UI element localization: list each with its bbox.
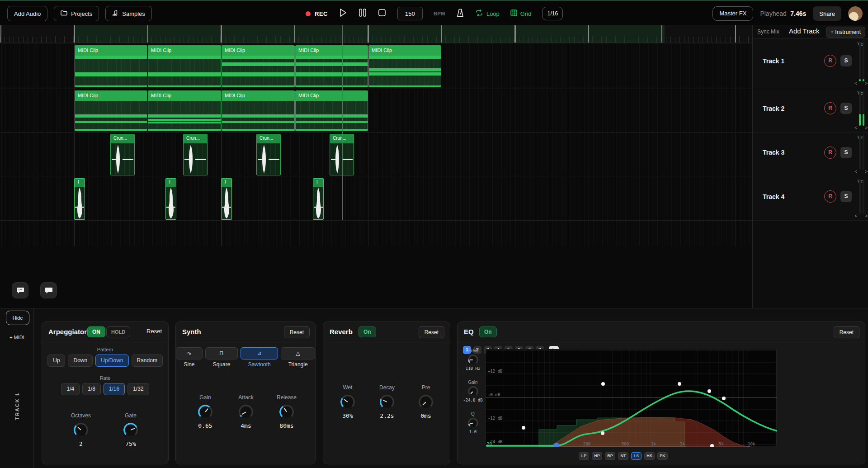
reverb-reset-button[interactable]: Reset xyxy=(419,326,444,338)
hide-panel-button[interactable]: Hide xyxy=(6,311,29,325)
midi-clip[interactable]: MIDI Clip xyxy=(75,45,147,87)
midi-clip[interactable]: MIDI Clip xyxy=(222,45,295,87)
eq-band-handle[interactable] xyxy=(678,382,681,386)
grid-division-button[interactable]: 1/16 xyxy=(542,7,563,20)
midi-clip[interactable]: MIDI Clip xyxy=(295,90,368,131)
eq-filter-nt[interactable]: NT xyxy=(618,452,628,460)
arpeggiator-on-toggle[interactable]: ON xyxy=(87,326,105,337)
pattern-random[interactable]: Random xyxy=(132,355,163,367)
eq-band-handle[interactable] xyxy=(522,426,525,430)
record-arm-button[interactable]: R xyxy=(824,190,836,203)
solo-button[interactable]: S xyxy=(840,55,852,66)
timeline[interactable]: MIDI ClipMIDI ClipMIDI ClipMIDI ClipMIDI… xyxy=(0,25,752,308)
knob-dial[interactable] xyxy=(240,406,252,418)
knob-dial[interactable] xyxy=(281,406,292,418)
pattern-up[interactable]: Up xyxy=(47,355,65,367)
eq-band-handle[interactable] xyxy=(601,382,605,386)
eq-param-dial[interactable] xyxy=(469,388,477,395)
wave-sine[interactable]: ∿ Sine xyxy=(176,347,203,359)
eq-filter-lp[interactable]: LP xyxy=(579,452,589,460)
pattern-down[interactable]: Down xyxy=(68,355,93,367)
eq-param-q[interactable]: Q1.0 xyxy=(462,411,484,434)
audio-clip[interactable]: Crun... xyxy=(110,134,135,175)
pan-right-arrow[interactable]: > xyxy=(865,213,868,218)
eq-param-gain[interactable]: Gain-24.0 dB xyxy=(462,380,484,402)
track-row[interactable]: VolTrack 4RS<> xyxy=(753,176,868,221)
solo-button[interactable]: S xyxy=(840,103,852,114)
eq-band-handle[interactable] xyxy=(601,431,604,435)
eq-graph[interactable]: +24 dB+12 dB+0 dB-12 dB-24 dB202005001k2… xyxy=(486,349,777,446)
arpeggiator-hold-toggle[interactable]: HOLD xyxy=(106,326,130,337)
reverb-on-toggle[interactable]: On xyxy=(359,326,376,337)
add-midi-button[interactable]: + MIDI xyxy=(0,335,34,340)
solo-button[interactable]: S xyxy=(840,191,852,202)
audio-clip[interactable]: I xyxy=(313,178,324,220)
knob-octaves[interactable]: Octaves2 xyxy=(61,412,101,447)
audio-clip[interactable]: Crun... xyxy=(256,134,281,175)
track-row[interactable]: VolTrack 1RS<> xyxy=(753,39,868,88)
eq-reset-button[interactable]: Reset xyxy=(834,326,859,338)
knob-release[interactable]: Release80ms xyxy=(266,394,307,429)
eq-on-toggle[interactable]: On xyxy=(479,326,497,337)
chat-bubble-button[interactable] xyxy=(40,282,57,298)
eq-filter-pk[interactable]: PK xyxy=(657,452,668,460)
timeline-ruler[interactable] xyxy=(0,25,752,43)
eq-filter-hp[interactable]: HP xyxy=(592,452,602,460)
eq-filter-hs[interactable]: HS xyxy=(644,452,655,460)
add-audio-button[interactable]: Add Audio xyxy=(7,6,47,21)
midi-clip[interactable]: MIDI Clip xyxy=(295,45,368,87)
eq-param-freq[interactable]: Freq110 Hz xyxy=(462,348,484,371)
knob-gate[interactable]: Gate75% xyxy=(110,412,151,447)
knob-attack[interactable]: Attack4ms xyxy=(226,394,266,429)
knob-gain[interactable]: Gain0.65 xyxy=(185,394,226,429)
playhead-line[interactable] xyxy=(342,25,343,220)
knob-wet[interactable]: Wet30% xyxy=(327,384,368,419)
eq-band-handle[interactable] xyxy=(708,389,711,393)
rate-1-4[interactable]: 1/4 xyxy=(61,383,80,395)
knob-dial[interactable] xyxy=(199,406,211,418)
audio-clip[interactable]: Crun... xyxy=(330,134,354,175)
rate-1-32[interactable]: 1/32 xyxy=(127,383,149,395)
midi-clip[interactable]: MIDI Clip xyxy=(368,45,441,87)
metronome-button[interactable] xyxy=(456,8,464,19)
wave-square[interactable]: ⊓ Square xyxy=(205,347,238,359)
add-track-button[interactable]: Add Track xyxy=(789,27,820,35)
knob-dial[interactable] xyxy=(125,424,137,436)
knob-dial[interactable] xyxy=(342,396,354,408)
wave-triangle[interactable]: △ Triangle xyxy=(281,347,315,359)
eq-band-handle[interactable] xyxy=(722,397,726,400)
pattern-up-down[interactable]: Up/Down xyxy=(95,355,128,367)
eq-filter-ls[interactable]: LS xyxy=(631,452,642,460)
arpeggiator-reset-button[interactable]: Reset xyxy=(146,328,162,335)
play-button[interactable] xyxy=(339,8,348,19)
pan-left-arrow[interactable]: < xyxy=(854,81,857,86)
track-row[interactable]: VolTrack 3RS<> xyxy=(753,132,868,176)
record-arm-button[interactable]: R xyxy=(824,55,836,67)
user-avatar[interactable] xyxy=(848,6,863,21)
rate-1-16[interactable]: 1/16 xyxy=(104,383,125,395)
knob-dial[interactable] xyxy=(75,424,87,436)
pan-right-arrow[interactable]: > xyxy=(865,169,868,174)
master-fx-button[interactable]: Master FX xyxy=(712,6,753,21)
audio-clip[interactable]: I xyxy=(74,178,85,220)
knob-dial[interactable] xyxy=(420,396,432,408)
record-arm-button[interactable]: R xyxy=(824,147,836,159)
audio-clip[interactable]: I xyxy=(165,178,176,220)
record-arm-button[interactable]: R xyxy=(824,102,836,114)
add-instrument-button[interactable]: + Instrument xyxy=(826,27,865,38)
knob-pre[interactable]: Pre0ms xyxy=(406,384,446,419)
solo-button[interactable]: S xyxy=(840,147,852,158)
eq-param-dial[interactable] xyxy=(469,356,477,364)
pause-button[interactable] xyxy=(359,8,367,19)
sync-mix-button[interactable]: Sync Mix xyxy=(757,28,779,35)
pan-right-arrow[interactable]: > xyxy=(865,125,868,130)
knob-dial[interactable] xyxy=(381,396,393,408)
pan-left-arrow[interactable]: < xyxy=(854,169,857,174)
knob-decay[interactable]: Decay2.2s xyxy=(367,384,407,419)
audio-clip[interactable]: I xyxy=(221,178,232,220)
loop-toggle[interactable]: Loop xyxy=(475,9,500,18)
rate-1-8[interactable]: 1/8 xyxy=(82,383,101,395)
record-button[interactable]: REC xyxy=(306,10,328,17)
projects-button[interactable]: Projects xyxy=(54,6,99,21)
wave-sawtooth[interactable]: ⊿ Sawtooth xyxy=(241,347,278,359)
